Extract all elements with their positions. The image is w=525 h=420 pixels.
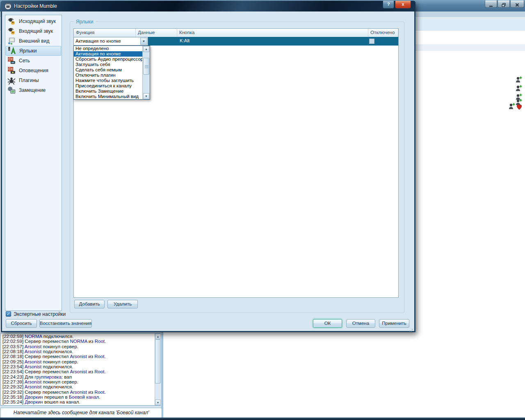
chat-link[interactable]: Root [94,369,104,374]
chat-line: [22:03:57] Arsonist покинул сервер. [2,344,154,349]
reset-button[interactable]: Сбросить [6,319,37,328]
chat-link[interactable]: группировка [34,374,62,379]
sidebar-item-7[interactable]: Плагины [6,75,61,85]
chat-link[interactable]: Arsonist [25,344,42,349]
dropdown-scrollbar[interactable]: ▲ ▼ [142,46,150,99]
restore-defaults-button[interactable]: Восстановить значения [39,319,92,328]
add-shortcut-button[interactable]: Добавить [74,300,105,308]
chat-link[interactable]: Root [94,390,104,395]
shortcuts-groupbox-label: Ярлыки [74,19,96,25]
restore-icon [501,2,506,7]
shortcuts-table-header: ФункцияДанныеКнопкаОтключено [74,29,398,37]
dropdown-option-3[interactable]: Сбросить Аудио препроцессор [74,57,150,62]
shortcut-disabled-checkbox[interactable] [369,39,374,44]
chat-line: [22:35:24] Дворкин вошел на канал. [2,399,154,404]
chat-text: Сервер переместил [25,369,70,374]
sidebar-item-4[interactable]: Ярлыки [6,46,61,56]
chat-line: [22:08:18] Arsonist подключился. [2,349,154,354]
dropdown-scroll-down-icon[interactable]: ▼ [143,93,149,99]
close-button[interactable] [510,0,524,8]
network-icon [7,56,16,65]
chat-link[interactable]: Arsonist [25,384,42,389]
help-button[interactable]: ? [383,1,394,9]
heart-icon [516,103,523,110]
chat-line: [22:27:39] Arsonist покинул сервер. [2,379,154,384]
dialog-titlebar[interactable] [1,1,415,11]
chat-timestamp: [22:24:23] [2,374,25,379]
sidebar-item-6[interactable]: Оповещения [6,66,61,75]
sidebar-item-5[interactable]: Сеть [6,56,61,66]
chat-link[interactable]: Arsonist [70,354,87,359]
dropdown-option-1[interactable]: Не определено [74,46,150,51]
dropdown-option-7[interactable]: Нажмите чтобы заглушить [74,78,150,83]
close-button[interactable]: x [395,1,411,9]
chat-text: из [87,339,95,344]
overlay-icon [7,86,16,95]
function-combobox[interactable]: Активация по кнопке ▼ [73,37,148,46]
dropdown-scrollbar-thumb[interactable] [143,58,149,75]
chat-link[interactable]: NORMA [25,334,42,339]
function-dropdown-list[interactable]: Не определеноАктивация по кнопкеСбросить… [73,46,150,100]
chat-text: Сервер переместил [25,354,70,359]
shortcut-row-selected[interactable]: K:Alt [148,37,398,46]
chat-timestamp: [22:23:54] [2,364,25,369]
chat-link[interactable]: Root [94,354,104,359]
chat-link[interactable]: Arsonist [25,359,42,364]
chat-message-input[interactable]: Напечатайте здесь сообщение для канала '… [0,408,162,418]
chat-log[interactable]: [22:02:59] NORMA подключился.[22:02:59] … [0,333,161,406]
chat-link[interactable]: Arsonist [70,390,87,395]
restore-button[interactable] [498,0,510,8]
chat-link[interactable]: Дворкин [25,399,43,404]
chat-timestamp: [22:03:57] [2,344,25,349]
chat-timestamp: [22:27:39] [2,379,25,384]
chat-line: [22:24:23] Для группировка: вап [2,374,154,379]
chat-scrollbar[interactable]: ▲ ▼ [155,333,161,405]
dropdown-option-5[interactable]: Сделать себя немым [74,67,150,73]
dropdown-option-9[interactable]: Включить Замещение [74,89,150,94]
chevron-down-icon[interactable]: ▼ [140,38,147,45]
column-header-3[interactable]: Кнопка [177,29,368,37]
chat-timestamp: [22:35:18] [2,395,25,399]
chat-text: вошел на канал. [43,399,80,404]
column-header-4[interactable]: Отключено [368,29,398,37]
cancel-button[interactable]: Отмена [346,319,375,328]
remove-shortcut-button[interactable]: Удалить [107,300,138,308]
sidebar-item-8[interactable]: Замещение [6,85,61,95]
chat-link[interactable]: Arsonist [70,369,87,374]
dropdown-option-6[interactable]: Отключить плагин [74,73,150,78]
minimize-icon [488,2,493,7]
chat-link[interactable]: Root [95,339,105,344]
apply-button[interactable]: Применить [379,319,409,328]
dropdown-scroll-up-icon[interactable]: ▲ [143,46,149,52]
expert-settings-checkbox[interactable]: ✓ [6,311,11,317]
minimize-button[interactable] [485,0,497,8]
main-window-controls [485,0,524,8]
chat-link[interactable]: Arsonist [25,349,42,354]
resize-grip[interactable] [409,328,413,332]
sidebar-item-label: Внешний вид [19,38,49,44]
chat-text: покинул сервер. [41,359,78,364]
chat-text: Сервер переместил [25,390,70,395]
sidebar-item-2[interactable]: Входящий звук [6,26,61,36]
user-plus-icon [515,84,523,92]
chat-link[interactable]: NORMA [70,339,87,344]
chat-scroll-up-icon[interactable]: ▲ [155,333,161,339]
dropdown-option-10[interactable]: Включить Минимальный вид [74,94,150,99]
column-header-1[interactable]: Функция [74,29,136,37]
user-plus-icon [515,76,523,83]
column-header-2[interactable]: Данные [136,29,177,37]
appearance-icon [7,37,16,46]
ok-button[interactable]: ОК [313,319,342,328]
sidebar-item-1[interactable]: Исходящий звук [6,16,61,26]
dropdown-option-2[interactable]: Активация по кнопке [74,51,150,57]
chat-scroll-down-icon[interactable]: ▼ [155,399,161,405]
chat-scrollbar-thumb[interactable] [155,339,161,383]
dropdown-option-8[interactable]: Присоединиться к каналу [74,83,150,89]
chat-link[interactable]: Дворкин [25,395,43,399]
chat-link[interactable]: Arsonist [25,379,42,384]
chat-timestamp: [22:08:18] [2,354,25,359]
chat-link[interactable]: Боевой канал [69,395,99,399]
chat-link[interactable]: Arsonist [25,364,42,369]
sidebar-item-3[interactable]: Внешний вид [6,36,61,46]
dropdown-option-4[interactable]: Заглушить себя [74,62,150,67]
